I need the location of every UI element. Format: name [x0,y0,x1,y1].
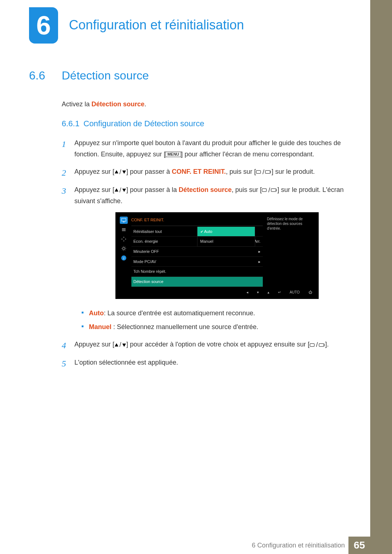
footer-page-number: 65 [348,537,370,554]
intro-term: Détection source [91,100,144,108]
svg-rect-18 [310,344,314,346]
step-number: 3 [62,184,66,198]
svg-rect-8 [122,218,126,221]
step-number: 4 [62,338,66,353]
chapter-title: Configuration et réinitialisation [69,17,244,33]
osd-row-selected: Détection source [131,277,263,287]
sidebar-stripe [370,0,392,554]
svg-rect-10 [122,228,126,229]
osd-menu: CONF. ET REINIT. Réinitialiser tout Econ… [129,215,265,287]
step-number: 1 [62,137,66,152]
svg-marker-5 [122,189,126,192]
bullet-manuel: Manuel : Sélectionnez manuellement une s… [82,322,359,332]
svg-marker-4 [115,188,118,192]
svg-marker-17 [122,344,126,347]
move-icon [120,235,128,243]
svg-point-13 [123,247,125,250]
footer-chapter-ref: 6 Configuration et réinitialisation [252,542,345,549]
bullet-auto: Auto: La source d'entrée est automatique… [82,308,359,319]
step-term: CONF. ET REINIT. [172,168,226,175]
osd-row: Tch Nombre répét. [131,267,263,277]
subsection-number: 6.6.1 [62,119,83,128]
osd-side-icons: i [118,215,129,287]
auto-label: AUTO [290,289,300,295]
subsection-title: Configuration de Détection source [83,119,204,128]
step-term: Détection source [179,186,232,193]
osd-option-selected: Auto [197,227,255,237]
enter-icon: ↵ [278,289,281,295]
up-icon: ▴ [268,289,269,295]
power-icon: ⏻ [309,289,312,295]
source-button-icon: / [262,185,277,196]
osd-row: Mode PC/AV▸ [131,257,263,267]
bars-icon [120,226,128,233]
gear-icon [120,245,128,252]
step-number: 5 [62,356,66,371]
section-title: Détection source [62,69,149,82]
step-3: 3 Appuyez sur [/] pour passer à la Détec… [62,184,359,333]
section-number: 6.6 [29,69,62,82]
chapter-number-badge: 6 [29,7,58,44]
svg-rect-2 [256,171,261,173]
step-1: 1 Appuyez sur n'importe quel bouton à l'… [62,138,359,160]
intro-text: Activez la Détection source. [62,100,359,108]
step-number: 2 [62,165,66,180]
step-2: 2 Appuyez sur [/] pour passer à CONF. ET… [62,166,359,178]
menu-button-icon: MENU [166,152,181,157]
svg-marker-1 [122,171,126,174]
step-5: 5 L'option sélectionnée est appliquée. [62,357,359,368]
osd-title: CONF. ET REINIT. [131,215,263,226]
section-heading: 6.6Détection source [29,69,359,82]
source-button-icon: / [256,167,271,178]
svg-marker-16 [115,343,118,346]
down-icon: ▾ [257,289,259,295]
up-down-icon: / [114,339,126,350]
subsection-heading: 6.6.1Configuration de Détection source [62,119,359,128]
svg-rect-9 [123,222,124,222]
osd-footer: ◂ ▾ ▴ ↵ AUTO ⏻ [118,287,316,296]
svg-text:i: i [123,256,124,260]
osd-screenshot: i CONF. ET REINIT. Réinitialiser tout Ec… [115,212,319,299]
left-icon: ◂ [246,289,248,295]
svg-rect-11 [122,229,126,230]
source-button-icon: / [310,339,325,350]
up-down-icon: / [114,185,126,196]
monitor-icon [120,217,128,224]
osd-option: Manuel [197,237,255,247]
osd-options-popup: Auto Manuel [197,227,255,247]
svg-rect-6 [262,189,266,192]
osd-row: Minuterie OFF▸ [131,247,263,257]
info-icon: i [120,254,128,262]
step-4: 4 Appuyez sur [/] pour accéder à l'optio… [62,339,359,350]
svg-marker-0 [115,170,118,173]
page-footer: 6 Configuration et réinitialisation 65 [0,537,370,554]
osd-description: Définissez le mode de détection des sour… [265,215,316,287]
svg-rect-12 [122,230,126,231]
up-down-icon: / [114,167,126,178]
